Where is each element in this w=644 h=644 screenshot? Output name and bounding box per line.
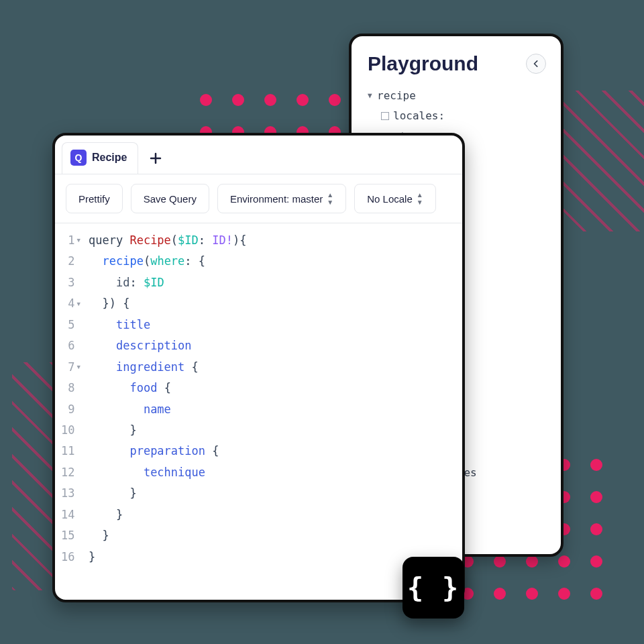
add-tab-button[interactable] [141, 146, 170, 171]
tab-recipe[interactable]: Q Recipe [62, 142, 138, 174]
tree-node-recipe[interactable]: ▼recipe [368, 86, 545, 106]
prettify-button[interactable]: Prettify [66, 184, 123, 213]
collapse-button[interactable] [526, 54, 546, 74]
updown-icon: ▲▼ [327, 191, 333, 206]
environment-select[interactable]: Environment: master ▲▼ [217, 184, 346, 213]
code-editor[interactable]: 1▼2 3 4▼5 6 7▼8 9 10 11 12 13 14 15 16 q… [55, 223, 462, 568]
code-body[interactable]: query Recipe($ID: ID!){ recipe(where: { … [85, 230, 462, 568]
tab-bar: Q Recipe [55, 136, 462, 174]
line-gutter: 1▼2 3 4▼5 6 7▼8 9 10 11 12 13 14 15 16 [55, 230, 85, 568]
braces-tile-icon: { } [402, 557, 464, 619]
updown-icon: ▲▼ [417, 191, 423, 206]
save-query-button[interactable]: Save Query [131, 184, 209, 213]
checkbox-icon [381, 112, 389, 120]
playground-title: Playground [368, 52, 545, 75]
toolbar: Prettify Save Query Environment: master … [55, 174, 462, 223]
query-badge-icon: Q [70, 150, 87, 166]
plus-icon [150, 152, 162, 164]
decoration-dots-top [200, 94, 341, 138]
tree-option-locales[interactable]: locales: [381, 106, 545, 126]
chevron-left-icon [533, 60, 539, 67]
tab-label: Recipe [92, 152, 127, 164]
locale-select[interactable]: No Locale ▲▼ [354, 184, 435, 213]
query-editor-panel: Q Recipe Prettify Save Query Environment… [52, 133, 465, 602]
